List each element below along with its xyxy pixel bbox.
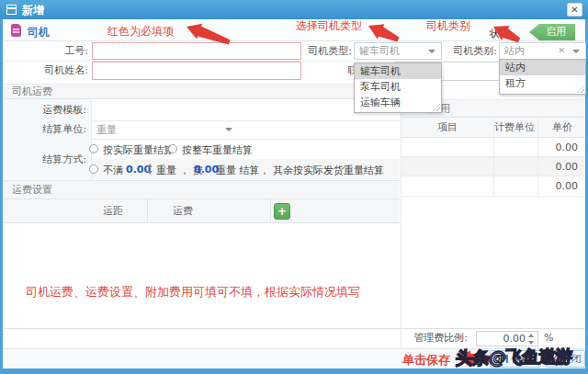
mgmt-fee-label: 管理费比例: bbox=[401, 328, 468, 348]
radio-full-truck[interactable] bbox=[168, 144, 177, 153]
driver-category-option[interactable]: 站内 bbox=[500, 60, 585, 75]
driver-category-option[interactable]: 租方 bbox=[500, 75, 585, 91]
mgmt-fee-value: 0.00 bbox=[503, 333, 526, 345]
new-driver-dialog: 新增 ✕ 司机 红色为必填项 选择司机类型 司机类别 状态: 启用 工号: 司机… bbox=[0, 0, 588, 374]
mgmt-fee-field[interactable]: 0.00 bbox=[476, 331, 538, 346]
radio-full-truck-label: 按整车重量结算 bbox=[182, 143, 253, 157]
radio-min-weight[interactable] bbox=[89, 164, 98, 174]
driver-type-select[interactable]: 罐车司机 bbox=[354, 42, 442, 60]
col-item: 项目 bbox=[424, 118, 470, 138]
unit-select[interactable]: 重量 bbox=[92, 120, 400, 139]
watermark: 头条@飞鱼遨游 bbox=[455, 345, 588, 371]
divider bbox=[4, 328, 585, 329]
add-icon[interactable]: + bbox=[274, 203, 290, 220]
min-prefix: 不满 bbox=[103, 164, 123, 177]
emp-no-field[interactable] bbox=[92, 42, 301, 60]
fee-price: 0.00 bbox=[556, 176, 579, 196]
method-line-2: 不满 0.00 重量 ， 按 0.00 重量 结算， 其余按实际发货重量结算 bbox=[92, 159, 400, 179]
chevron-down-icon[interactable] bbox=[572, 50, 580, 53]
unit-label: 结算单位: bbox=[4, 120, 92, 139]
method-label: 结算方式: bbox=[4, 139, 92, 180]
window-title: 新增 bbox=[22, 3, 44, 18]
col-unit: 计费单位 bbox=[487, 118, 542, 138]
chevron-down-icon[interactable] bbox=[428, 50, 435, 53]
col-distance: 运距 bbox=[90, 199, 136, 222]
spinner-icon[interactable] bbox=[528, 334, 535, 345]
divider bbox=[537, 118, 538, 197]
driver-name-label: 司机姓名: bbox=[4, 61, 88, 80]
annotation-select-type: 选择司机类型 bbox=[296, 18, 362, 34]
clear-icon[interactable]: ✕ bbox=[558, 43, 565, 59]
driver-name-field[interactable] bbox=[92, 62, 301, 80]
fee-price: 0.00 bbox=[556, 138, 579, 157]
driver-type-dropdown: 罐车司机 泵车司机 运输车辆 bbox=[354, 62, 442, 113]
annotation-click-save: 单击保存 bbox=[402, 352, 450, 368]
driver-doc-icon bbox=[11, 24, 21, 37]
method-line-1: 按实际重量结算 按整车重量结算 bbox=[92, 139, 400, 159]
close-icon[interactable]: ✕ bbox=[567, 3, 582, 17]
annotation-category: 司机类别 bbox=[426, 18, 470, 34]
divider bbox=[270, 199, 271, 223]
driver-type-option[interactable]: 运输车辆 bbox=[355, 95, 441, 110]
col-freight: 运费 bbox=[160, 199, 206, 222]
radio-actual-weight[interactable] bbox=[89, 144, 98, 153]
driver-type-option[interactable]: 罐车司机 bbox=[355, 63, 441, 79]
template-label: 运费模板: bbox=[4, 99, 92, 120]
window-icon bbox=[6, 5, 17, 15]
page-title: 司机 bbox=[28, 25, 50, 40]
driver-type-option[interactable]: 泵车司机 bbox=[355, 79, 441, 95]
driver-category-dropdown: 站内 租方 bbox=[499, 59, 586, 95]
freight-table-header: 运距 运费 + bbox=[4, 199, 400, 223]
unit-value: 重量 bbox=[96, 123, 117, 137]
title-bar bbox=[0, 0, 588, 19]
emp-no-label: 工号: bbox=[4, 41, 88, 61]
divider bbox=[147, 199, 148, 223]
driver-freight-section-title: 司机运费 bbox=[4, 84, 400, 99]
annotation-optional: 司机运费、运费设置、附加费用可填可不填，根据实际情况填写 bbox=[26, 284, 360, 300]
divider bbox=[493, 118, 494, 197]
freight-table-body[interactable] bbox=[4, 223, 400, 328]
annotation-required: 红色为必填项 bbox=[107, 24, 174, 40]
driver-type-label: 司机类型: bbox=[301, 41, 352, 61]
spinner-icon[interactable] bbox=[147, 164, 153, 175]
col-price: 单价 bbox=[539, 118, 585, 138]
radio-actual-weight-label: 按实际重量结算 bbox=[103, 143, 174, 157]
freight-settings-section-title: 运费设置 bbox=[4, 180, 400, 199]
min-suffix: 重量 结算， 其余按实际发货重量结算 bbox=[216, 164, 384, 177]
driver-category-label: 司机类别: bbox=[448, 41, 497, 61]
fee-price: 0.00 bbox=[556, 157, 579, 176]
chevron-down-icon[interactable] bbox=[225, 128, 232, 131]
